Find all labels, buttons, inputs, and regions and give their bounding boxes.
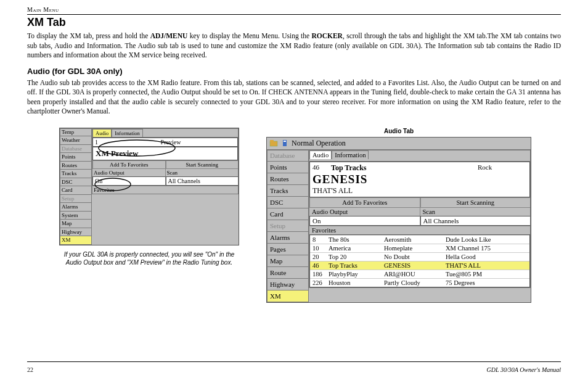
sidebar-item-dsc[interactable]: DSC	[267, 197, 309, 208]
scan-label: Scan	[166, 169, 239, 176]
sidebar-item-xm[interactable]: XM	[267, 290, 309, 302]
intro-paragraph: To display the XM tab, press and hold th…	[27, 31, 561, 60]
tuning-channel-label: Preview	[106, 139, 235, 146]
tuning-preview: XM Preview	[92, 147, 238, 160]
tab-audio[interactable]: Audio	[309, 150, 332, 159]
tab-information[interactable]: Information	[112, 129, 143, 137]
tuning-channel-number: 1	[95, 139, 106, 146]
favorite-row[interactable]: 10AmericaHomeplateXM Channel 175	[310, 244, 529, 252]
start-scanning-button[interactable]: Start Scanning	[420, 197, 531, 208]
tab-audio[interactable]: Audio	[92, 129, 112, 137]
channel-number: 46	[312, 163, 331, 173]
favorite-row[interactable]: 8The 80sAerosmithDude Looks Like	[310, 235, 529, 244]
svg-rect-2	[270, 141, 277, 146]
sidebar-item-map[interactable]: Map	[60, 220, 92, 228]
sidebar-item-points[interactable]: Points	[60, 153, 92, 162]
signal-icon	[280, 139, 289, 147]
titlebar-text: Normal Operation	[292, 139, 346, 148]
sidebar-item-points[interactable]: Points	[267, 162, 309, 173]
favorite-row[interactable]: 20Top 20No DoubtHella Good	[310, 252, 529, 261]
sidebar-item-weather[interactable]: Weather	[60, 136, 92, 145]
sidebar-item-setup[interactable]: Setup	[267, 220, 309, 232]
sidebar-item-dsc[interactable]: DSC	[60, 178, 92, 187]
sidebar-item-routes[interactable]: Routes	[60, 162, 92, 170]
sidebar-item-card[interactable]: Card	[267, 208, 309, 220]
start-scanning-button[interactable]: Start Scanning	[166, 160, 239, 169]
footer-rule	[27, 361, 561, 362]
favorite-row[interactable]: 186PlaybyPlayARI@HOUTue@805 PM	[310, 270, 529, 278]
sidebar-item-card[interactable]: Card	[60, 186, 92, 195]
figure-caption-left: If your GDL 30A is properly connected, y…	[57, 250, 242, 266]
page-number: 22	[27, 366, 33, 373]
audio-output-label: Audio Output	[309, 208, 420, 216]
sidebar-item-highway[interactable]: Highway	[60, 228, 92, 237]
folder-icon	[269, 139, 278, 147]
screenshot-audio-full: Normal Operation DatabasePointsRoutesTra…	[266, 137, 531, 303]
sidebar-item-tracks[interactable]: Tracks	[267, 185, 309, 197]
channel-genre: Rock	[478, 163, 527, 173]
audio-output-label: Audio Output	[92, 169, 166, 176]
now-playing-artist: GENESIS	[312, 173, 527, 186]
sidebar-item-pages[interactable]: Pages	[267, 244, 309, 255]
rule	[27, 14, 561, 15]
svg-rect-5	[284, 141, 286, 142]
favorites-list: 8The 80sAerosmithDude Looks Like10Americ…	[309, 234, 530, 287]
svg-rect-3	[270, 140, 274, 142]
now-playing-song: THAT'S ALL	[312, 186, 527, 196]
add-to-favorites-button[interactable]: Add To Favorites	[92, 160, 166, 169]
titlebar: Normal Operation	[267, 138, 531, 149]
scan-value[interactable]: All Channels	[420, 216, 531, 226]
manual-title: GDL 30/30A Owner's Manual	[487, 366, 561, 373]
sidebar-item-temp[interactable]: Temp	[60, 128, 92, 137]
tab-information[interactable]: Information	[332, 150, 369, 159]
sidebar-item-route[interactable]: Route	[267, 267, 309, 279]
favorite-row[interactable]: 46Top TracksGENESISTHAT'S ALL	[310, 261, 529, 270]
favorites-label: Favorites	[92, 186, 238, 194]
sidebar-item-map[interactable]: Map	[267, 255, 309, 267]
sidebar-item-xm[interactable]: XM	[60, 236, 92, 245]
section-heading: Audio (for GDL 30A only)	[27, 67, 561, 76]
section-paragraph: The Audio sub tab provides access to the…	[27, 78, 561, 117]
page-title: XM Tab	[27, 16, 561, 29]
scan-label: Scan	[420, 208, 531, 216]
add-to-favorites-button[interactable]: Add To Favorites	[309, 197, 420, 208]
sidebar-item-setup[interactable]: Setup	[60, 195, 92, 204]
sidebar-item-system[interactable]: System	[60, 212, 92, 220]
breadcrumb: Main Menu	[27, 6, 561, 13]
sidebar-item-alarms[interactable]: Alarms	[60, 203, 92, 212]
sidebar-item-database[interactable]: Database	[60, 145, 92, 154]
favorite-row[interactable]: 226HoustonPartly Cloudy75 Degrees	[310, 278, 529, 287]
sidebar-item-highway[interactable]: Highway	[267, 279, 309, 290]
audio-output-value[interactable]: On	[92, 176, 166, 186]
figure-caption-right: Audio Tab	[384, 128, 414, 134]
sidebar-item-database[interactable]: Database	[267, 150, 309, 162]
sidebar-item-tracks[interactable]: Tracks	[60, 170, 92, 178]
audio-output-value[interactable]: On	[309, 216, 420, 226]
channel-name: Top Tracks	[331, 163, 478, 173]
sidebar-item-alarms[interactable]: Alarms	[267, 232, 309, 244]
screenshot-audio-mini: TempWeatherDatabasePointsRoutesTracksDSC…	[59, 128, 239, 245]
scan-value[interactable]: All Channels	[166, 176, 239, 186]
sidebar-item-routes[interactable]: Routes	[267, 173, 309, 185]
favorites-label: Favorites	[309, 226, 530, 234]
